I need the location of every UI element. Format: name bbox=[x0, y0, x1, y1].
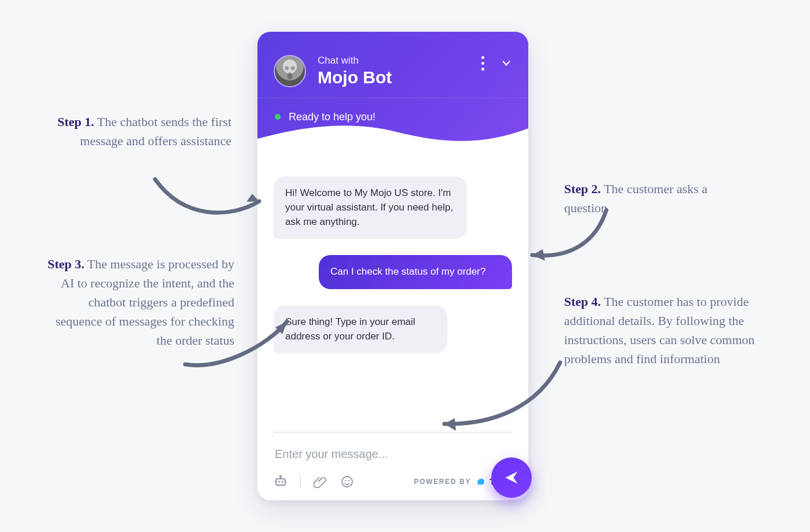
user-message: Can I check the status of my order? bbox=[319, 255, 512, 289]
step4-label: Step 4. bbox=[564, 294, 601, 309]
chat-widget-inner: Chat with Mojo Bot Ready to help you! Hi… bbox=[257, 32, 528, 500]
composer-divider bbox=[274, 432, 512, 433]
step2-label: Step 2. bbox=[564, 182, 601, 196]
svg-point-3 bbox=[280, 476, 282, 478]
status-dot-icon bbox=[275, 114, 281, 120]
toolbar-separator bbox=[300, 475, 301, 488]
step1-text: The chatbot sends the first message and … bbox=[80, 114, 231, 148]
annotation-step1: Step 1. The chatbot sends the first mess… bbox=[41, 112, 231, 150]
bot-message: Sure thing! Type in your email address o… bbox=[274, 305, 447, 353]
composer-toolbar: POWERED BY TIDIO bbox=[274, 475, 512, 489]
attachment-icon[interactable] bbox=[314, 475, 327, 489]
header-wave-decoration bbox=[257, 121, 528, 146]
message-list: Hi! Welcome to My Mojo US store. I'm you… bbox=[257, 145, 528, 353]
step1-label: Step 1. bbox=[57, 114, 94, 129]
svg-point-2 bbox=[281, 481, 283, 482]
annotation-step2: Step 2. The customer asks a question bbox=[564, 179, 749, 217]
chat-widget: Chat with Mojo Bot Ready to help you! Hi… bbox=[257, 32, 528, 500]
svg-point-6 bbox=[348, 480, 349, 481]
arrow-step1 bbox=[149, 173, 271, 234]
step3-label: Step 3. bbox=[47, 257, 84, 271]
bot-name: Mojo Bot bbox=[318, 68, 470, 88]
chat-header-top: Chat with Mojo Bot bbox=[257, 32, 528, 98]
svg-rect-0 bbox=[276, 479, 285, 485]
emoji-icon[interactable] bbox=[340, 475, 354, 489]
send-button[interactable] bbox=[491, 457, 532, 498]
tidio-logo-icon bbox=[476, 476, 486, 487]
svg-point-1 bbox=[278, 481, 279, 482]
bot-icon[interactable] bbox=[274, 475, 288, 489]
header-actions bbox=[481, 56, 512, 71]
bot-message: Hi! Welcome to My Mojo US store. I'm you… bbox=[274, 176, 467, 239]
powered-label: POWERED BY bbox=[414, 478, 471, 486]
composer: POWERED BY TIDIO bbox=[274, 432, 512, 489]
chat-title-block: Chat with Mojo Bot bbox=[318, 55, 470, 88]
message-input[interactable] bbox=[274, 444, 512, 475]
annotation-step4: Step 4. The customer has to provide addi… bbox=[564, 292, 758, 368]
chat-header: Chat with Mojo Bot Ready to help you! bbox=[257, 32, 528, 145]
kebab-menu-icon[interactable] bbox=[481, 56, 484, 71]
bot-avatar bbox=[274, 55, 306, 87]
svg-point-5 bbox=[345, 480, 346, 481]
svg-point-4 bbox=[342, 476, 352, 487]
annotation-step3: Step 3. The message is processed by AI t… bbox=[41, 254, 234, 350]
chevron-down-icon[interactable] bbox=[500, 57, 512, 69]
chat-with-label: Chat with bbox=[318, 55, 470, 66]
